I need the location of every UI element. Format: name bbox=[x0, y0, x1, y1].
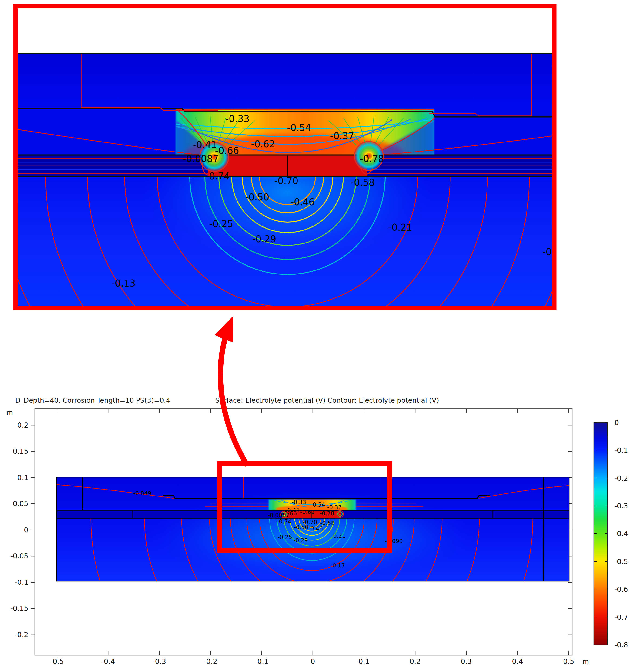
y-axis-tick-labels: 0.20.150.10.050-0.05-0.1-0.15-0.2 bbox=[10, 421, 28, 639]
contour-label: -0.58 bbox=[350, 177, 375, 188]
contour-label: -0.50 bbox=[294, 524, 309, 531]
colorbar-tick-labels: 0-0.1-0.2-0.3-0.4-0.5-0.6-0.7-0.8 bbox=[614, 418, 628, 649]
colorbar-tick-label: 0 bbox=[614, 418, 619, 427]
colorbar-tick-label: -0.2 bbox=[614, 474, 628, 482]
contour-label: -0.54 bbox=[287, 122, 311, 133]
plot-title-parameters: D_Depth=40, Corrosion_length=10 PS(3)=0.… bbox=[15, 396, 170, 404]
colorbar-tick-label: -0.3 bbox=[614, 502, 628, 510]
contour-label: -0.29 bbox=[252, 234, 276, 245]
y-tick-label: -0.05 bbox=[10, 552, 28, 560]
contour-label: -0.62 bbox=[300, 509, 315, 515]
y-tick-label: -0.1 bbox=[15, 578, 28, 586]
contour-label: -0.37 bbox=[330, 131, 354, 141]
contour-label: -0.25 bbox=[209, 218, 233, 229]
x-tick-label: 0.1 bbox=[358, 657, 370, 666]
contour-label: -0.0 bbox=[542, 247, 561, 257]
contour-label: -0.46 bbox=[291, 197, 315, 207]
contour-label: -0.46 bbox=[309, 525, 323, 532]
x-tick-label: 0.3 bbox=[461, 657, 472, 666]
y-tick-label: -0.15 bbox=[10, 604, 28, 612]
contour-label: -0.21 bbox=[331, 533, 346, 539]
page: { "titles": { "parameters": "D_Depth=40,… bbox=[0, 0, 634, 672]
y-tick-label: 0.15 bbox=[13, 447, 28, 455]
contour-label: -0.70 bbox=[274, 176, 298, 186]
colorbar-tick-label: -0.5 bbox=[614, 557, 628, 565]
figure-canvas: -0.33-0.54-0.37-0.41-0.66-0.62-0.0087-0.… bbox=[0, 0, 634, 672]
x-tick-label: -0.5 bbox=[50, 657, 64, 666]
contour-label: -0.50 bbox=[245, 192, 269, 203]
y-tick-label: 0 bbox=[24, 526, 28, 534]
y-tick-label: -0.2 bbox=[15, 630, 28, 639]
contour-label: -0.33 bbox=[225, 113, 249, 124]
contour-label: -0.25 bbox=[278, 534, 292, 540]
x-tick-label: -0.2 bbox=[204, 657, 217, 666]
x-axis-unit: m bbox=[583, 658, 589, 666]
y-tick-label: 0.05 bbox=[13, 500, 28, 508]
contour-label: -0.29 bbox=[293, 537, 308, 544]
contour-label: -0.41 bbox=[193, 139, 217, 150]
plot-title-type: Surface: Electrolyte potential (V) Conto… bbox=[215, 396, 439, 404]
colorbar: 0-0.1-0.2-0.3-0.4-0.5-0.6-0.7-0.8 bbox=[594, 418, 628, 649]
colorbar-tick-label: -0.7 bbox=[614, 613, 628, 621]
x-tick-label: -0.1 bbox=[255, 657, 269, 666]
contour-label: -0.78 bbox=[360, 154, 384, 164]
x-tick-label: 0.2 bbox=[410, 657, 421, 666]
inset-upper-electrolyte bbox=[18, 53, 552, 110]
contour-label: -0.17 bbox=[331, 562, 345, 569]
contour-label: -0.049 bbox=[133, 490, 151, 497]
contour-label: -0.0087 bbox=[268, 512, 290, 518]
x-tick-label: -0.4 bbox=[101, 657, 115, 666]
colorbar-tick-label: -0.4 bbox=[614, 530, 628, 538]
inset-pipe-layer bbox=[18, 155, 552, 177]
contour-label: -0.78 bbox=[320, 510, 334, 517]
inset-content: -0.33-0.54-0.37-0.41-0.66-0.62-0.0087-0.… bbox=[0, 0, 629, 519]
colorbar-tick-label: -0.8 bbox=[614, 641, 628, 649]
contour-label: -0.74 bbox=[205, 171, 230, 182]
zoom-inset: -0.33-0.54-0.37-0.41-0.66-0.62-0.0087-0.… bbox=[0, 0, 629, 519]
x-tick-label: 0.5 bbox=[563, 657, 574, 666]
colorbar-tick-label: -0.1 bbox=[614, 446, 628, 454]
x-tick-label: -0.3 bbox=[152, 657, 166, 666]
x-axis-tick-labels: -0.5-0.4-0.3-0.2-0.100.10.20.30.40.5 bbox=[50, 657, 574, 666]
contour-label: -0.0087 bbox=[183, 154, 219, 164]
contour-label: -0.54 bbox=[311, 502, 325, 508]
contour-label: -0.37 bbox=[327, 504, 342, 511]
contour-label: -0.21 bbox=[388, 222, 412, 233]
colorbar-tick-label: -0.6 bbox=[614, 585, 628, 593]
x-tick-label: 0 bbox=[311, 657, 315, 666]
y-tick-label: 0.2 bbox=[17, 421, 28, 429]
y-tick-label: 0.1 bbox=[17, 473, 28, 482]
zoom-connector-arrow bbox=[220, 322, 247, 466]
contour-label: -0.13 bbox=[112, 278, 136, 288]
contour-label: -0.33 bbox=[292, 499, 306, 506]
x-tick-label: 0.4 bbox=[512, 657, 523, 666]
inset-white-band bbox=[18, 8, 552, 53]
contour-label: -0.62 bbox=[251, 139, 275, 149]
contour-label: -0.74 bbox=[277, 518, 291, 525]
y-axis-unit: m bbox=[6, 409, 13, 416]
